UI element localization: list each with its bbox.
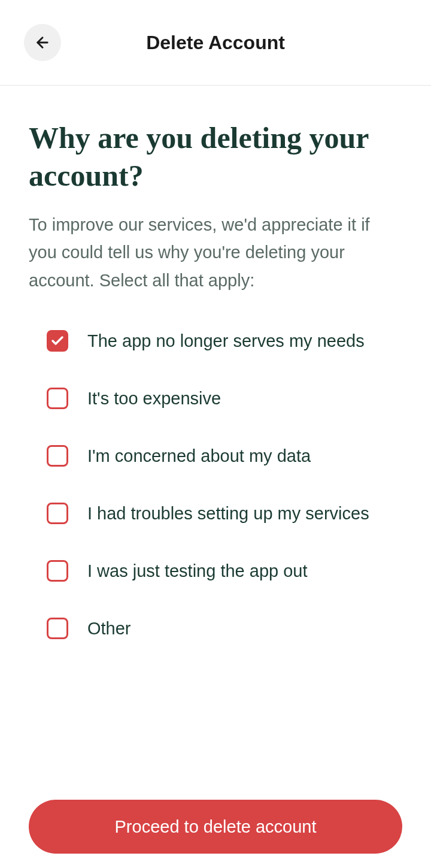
- header: Delete Account: [0, 0, 431, 86]
- reason-label: The app no longer serves my needs: [87, 331, 365, 351]
- reason-item-other[interactable]: Other: [47, 618, 402, 639]
- reason-label: Other: [87, 619, 131, 639]
- reason-label: I was just testing the app out: [87, 561, 308, 581]
- question-heading: Why are you deleting your account?: [29, 119, 402, 194]
- checkbox[interactable]: [47, 503, 68, 524]
- back-button[interactable]: [24, 24, 61, 61]
- arrow-left-icon: [34, 34, 51, 51]
- checkbox[interactable]: [47, 618, 68, 639]
- checkbox[interactable]: [47, 330, 68, 352]
- reason-label: I'm concerned about my data: [87, 446, 311, 466]
- reason-item-testing[interactable]: I was just testing the app out: [47, 560, 402, 582]
- reason-item-no-longer-serves[interactable]: The app no longer serves my needs: [47, 330, 402, 352]
- reason-label: I had troubles setting up my services: [87, 504, 369, 524]
- content: Why are you deleting your account? To im…: [0, 86, 431, 639]
- description-text: To improve our services, we'd appreciate…: [29, 211, 402, 294]
- checkbox[interactable]: [47, 445, 68, 467]
- reason-label: It's too expensive: [87, 389, 221, 409]
- reason-list: The app no longer serves my needs It's t…: [29, 330, 402, 639]
- reason-item-setup-trouble[interactable]: I had troubles setting up my services: [47, 503, 402, 524]
- reason-item-data-concern[interactable]: I'm concerned about my data: [47, 445, 402, 467]
- page-title: Delete Account: [29, 32, 402, 54]
- checkbox[interactable]: [47, 388, 68, 409]
- checkbox[interactable]: [47, 560, 68, 582]
- proceed-button[interactable]: Proceed to delete account: [29, 800, 402, 854]
- checkmark-icon: [50, 334, 65, 348]
- reason-item-too-expensive[interactable]: It's too expensive: [47, 388, 402, 409]
